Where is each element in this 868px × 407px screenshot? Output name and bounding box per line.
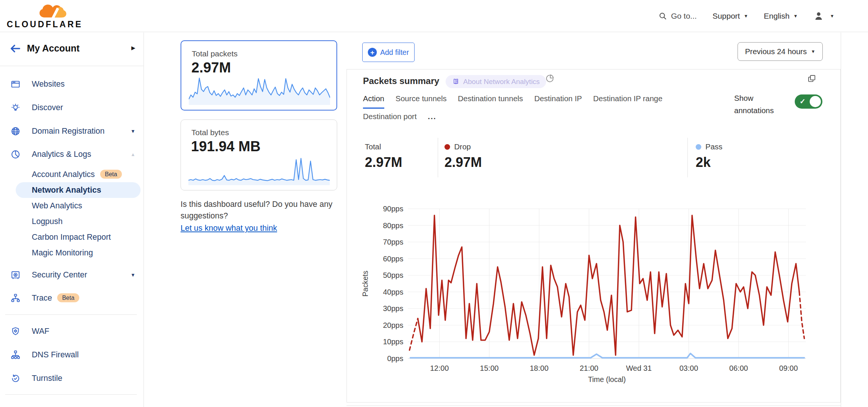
- more-tabs-button[interactable]: ...: [428, 112, 437, 125]
- sidebar-item-security-center[interactable]: Security Center ▼: [0, 267, 144, 283]
- svg-text:0pps: 0pps: [387, 354, 403, 363]
- tab-destination-tunnels[interactable]: Destination tunnels: [458, 94, 523, 109]
- sidebar-item-logpush[interactable]: Logpush: [16, 214, 141, 229]
- svg-text:09:00: 09:00: [779, 364, 798, 372]
- svg-text:Packets: Packets: [361, 271, 369, 297]
- show-annotations-toggle[interactable]: ✓: [795, 94, 822, 109]
- data-freshness-pie-icon[interactable]: [545, 74, 555, 83]
- cloudflare-cloud-icon: [36, 2, 70, 19]
- sidebar: My Account ▶ Websites Discover Domain Re…: [0, 32, 144, 407]
- chevron-down-icon: ▼: [793, 14, 798, 18]
- account-menu[interactable]: ▼: [813, 11, 834, 21]
- sidebar-item-domain-registration[interactable]: Domain Registration ▼: [0, 123, 144, 139]
- stat-divider: [438, 138, 438, 177]
- expand-panel-icon[interactable]: [807, 74, 817, 84]
- network-tree-icon: [10, 293, 21, 303]
- refresh-check-icon: [10, 373, 21, 383]
- safe-icon: [10, 270, 21, 280]
- sidebar-item-label: Websites: [32, 80, 65, 89]
- sidebar-item-discover[interactable]: Discover: [0, 99, 144, 116]
- account-header: My Account ▶: [0, 32, 144, 66]
- about-network-analytics-badge[interactable]: About Network Analytics: [446, 75, 546, 88]
- card-title: Total bytes: [191, 128, 229, 137]
- chevron-right-icon[interactable]: ▶: [131, 45, 135, 51]
- time-range-value: Previous 24 hours: [745, 47, 807, 56]
- stat-total: Total 2.97M: [365, 142, 402, 170]
- support-label: Support: [712, 12, 740, 21]
- sidebar-item-carbon-impact-report[interactable]: Carbon Impact Report: [16, 229, 141, 245]
- total-packets-sparkline: [189, 76, 330, 105]
- feedback-link[interactable]: Let us know what you think: [181, 223, 277, 234]
- beta-badge: Beta: [57, 293, 79, 302]
- total-bytes-sparkline: [188, 156, 330, 185]
- sidebar-item-label: Security Center: [32, 270, 87, 280]
- lightbulb-icon: [10, 103, 21, 113]
- sidebar-item-trace[interactable]: TraceBeta: [0, 290, 144, 306]
- sidebar-item-account-analytics[interactable]: Account AnalyticsBeta: [16, 167, 141, 182]
- stat-value: 2.97M: [365, 155, 402, 170]
- cloudflare-logo[interactable]: CLOUDFLARE: [7, 1, 74, 31]
- tab-destination-ip-range[interactable]: Destination IP range: [593, 94, 662, 109]
- globe-icon: [10, 126, 21, 136]
- sidebar-item-label: Trace: [32, 293, 52, 302]
- sidebar-item-turnstile[interactable]: Turnstile: [0, 370, 144, 386]
- tab-source-tunnels[interactable]: Source tunnels: [395, 94, 447, 109]
- sidebar-item-partial[interactable]: [0, 403, 144, 407]
- chevron-down-icon: ▼: [830, 14, 834, 18]
- tab-action[interactable]: Action: [363, 94, 384, 109]
- svg-text:80pps: 80pps: [383, 221, 404, 230]
- stat-value: 2.97M: [444, 155, 482, 170]
- show-annotations-label: Show annotations: [734, 92, 794, 116]
- card-title: Total packets: [192, 49, 238, 58]
- sidebar-divider: [5, 314, 137, 315]
- sidebar-divider: [5, 394, 137, 395]
- sidebar-item-magic-monitoring[interactable]: Magic Monitoring: [16, 245, 141, 261]
- svg-text:40pps: 40pps: [383, 288, 404, 296]
- sidebar-item-web-analytics[interactable]: Web Analytics: [16, 198, 141, 214]
- card-value: 191.94 MB: [191, 139, 261, 155]
- total-bytes-card[interactable]: Total bytes 191.94 MB: [181, 119, 337, 190]
- language-menu[interactable]: English ▼: [764, 12, 798, 21]
- svg-text:30pps: 30pps: [383, 304, 404, 313]
- account-title[interactable]: My Account: [27, 43, 80, 54]
- total-packets-card[interactable]: Total packets 2.97M: [181, 40, 337, 111]
- tab-destination-ip[interactable]: Destination IP: [534, 94, 582, 109]
- back-arrow-icon[interactable]: [9, 42, 22, 55]
- packets-time-series-chart: 0pps10pps20pps30pps40pps50pps60pps70pps8…: [352, 202, 845, 393]
- svg-text:90pps: 90pps: [383, 205, 404, 213]
- sidebar-item-label: Analytics & Logs: [32, 150, 91, 159]
- svg-text:Wed 31: Wed 31: [626, 364, 652, 372]
- support-menu[interactable]: Support ▼: [712, 12, 748, 21]
- toggle-knob: [810, 96, 821, 107]
- top-navbar: CLOUDFLARE Go to... Support ▼ English ▼ …: [0, 0, 868, 32]
- sidebar-item-label: DNS Firewall: [32, 350, 79, 360]
- dns-tree-icon: [10, 350, 21, 360]
- chevron-up-icon: ▲: [130, 152, 135, 157]
- sidebar-item-label: Domain Registration: [32, 127, 105, 136]
- sidebar-item-network-analytics[interactable]: Network Analytics: [16, 182, 141, 198]
- add-filter-label: Add filter: [380, 48, 409, 57]
- sidebar-item-websites[interactable]: Websites: [0, 76, 144, 92]
- cloudflare-dashboard: { "brand": { "name": "CLOUDFLARE" }, "to…: [0, 0, 868, 407]
- next-panel-top-border: [347, 406, 841, 406]
- svg-text:12:00: 12:00: [430, 364, 449, 372]
- shield-gear-icon: [10, 326, 21, 336]
- about-badge-label: About Network Analytics: [463, 78, 540, 86]
- cloudflare-wordmark: CLOUDFLARE: [7, 19, 83, 29]
- sidebar-item-analytics-logs[interactable]: Analytics & Logs ▲: [0, 146, 144, 162]
- sidebar-item-label: Web Analytics: [32, 201, 82, 211]
- chevron-down-icon: ▼: [744, 14, 748, 18]
- sidebar-item-dns-firewall[interactable]: DNS Firewall: [0, 347, 144, 363]
- header-controls: Go to... Support ▼ English ▼ ▼: [658, 0, 834, 32]
- stat-pass: Pass 2k: [696, 142, 723, 170]
- beta-badge: Beta: [100, 170, 122, 179]
- tab-destination-port[interactable]: Destination port: [363, 112, 417, 125]
- sidebar-item-waf[interactable]: WAF: [0, 323, 144, 339]
- time-range-dropdown[interactable]: Previous 24 hours ▼: [738, 42, 823, 61]
- stat-value: 2k: [696, 155, 723, 170]
- language-label: English: [764, 12, 789, 21]
- add-filter-button[interactable]: + Add filter: [362, 43, 415, 62]
- svg-text:60pps: 60pps: [383, 255, 404, 263]
- book-icon: [452, 78, 460, 86]
- global-search[interactable]: Go to...: [658, 12, 697, 21]
